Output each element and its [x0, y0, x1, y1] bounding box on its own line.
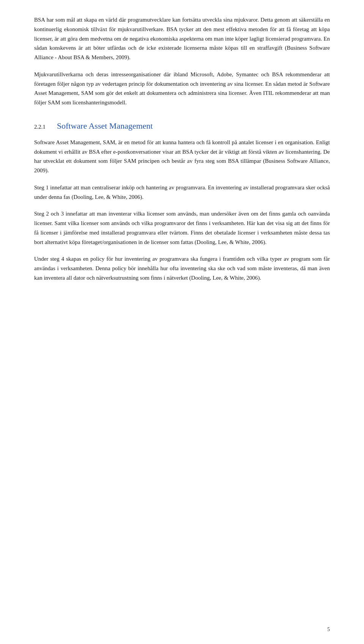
page: BSA har som mål att skapa en värld där p… [0, 0, 364, 644]
paragraph-2: Mjukvarutillverkarna och deras intresseo… [34, 70, 330, 107]
section-title: Software Asset Management [57, 121, 153, 131]
section-number: 2.2.1 [34, 124, 46, 130]
page-number: 5 [327, 627, 330, 633]
section-paragraph-1: Software Asset Management, SAM, är en me… [34, 138, 330, 175]
section-paragraph-4: Under steg 4 skapas en policy för hur in… [34, 254, 330, 282]
section-paragraph-2: Steg 1 innefattar att man centraliserar … [34, 183, 330, 202]
paragraph-1: BSA har som mål att skapa en värld där p… [34, 15, 330, 62]
section-heading-221: 2.2.1 Software Asset Management [34, 121, 330, 131]
section-paragraph-3: Steg 2 och 3 innefattar att man inventer… [34, 209, 330, 247]
content-area: BSA har som mål att skapa en värld där p… [34, 15, 330, 283]
